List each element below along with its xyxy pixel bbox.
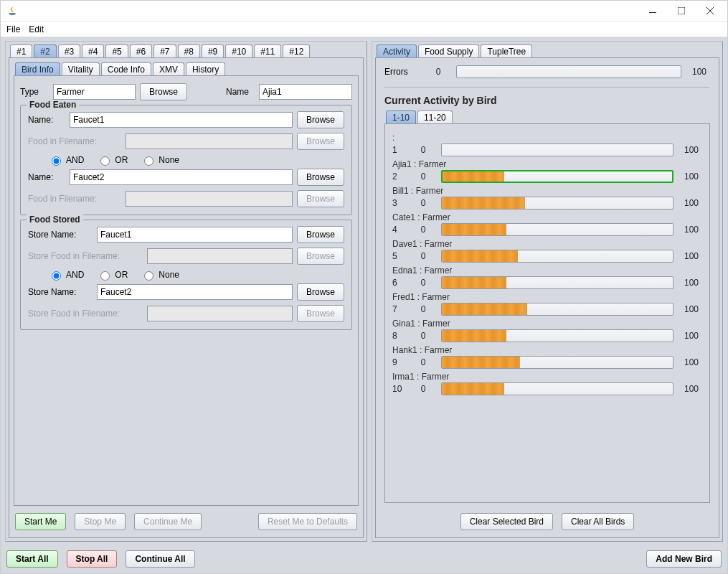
right-tab-activity[interactable]: Activity [377, 44, 417, 57]
bird-min: 0 [412, 384, 434, 394]
start-me-button[interactable]: Start Me [15, 513, 66, 530]
page-tab-110[interactable]: 1-10 [386, 110, 416, 123]
outer-tab-6[interactable]: #6 [130, 44, 152, 57]
bird-progress [441, 329, 673, 342]
bird-row: 20100 [392, 170, 702, 183]
bird-label: Edna1 : Farmer [392, 265, 702, 276]
right-tab-foodsupply[interactable]: Food Supply [418, 44, 479, 57]
food-eaten-legend: Food Eaten [27, 100, 79, 110]
type-input[interactable] [53, 84, 136, 100]
fs-radio-or[interactable]: OR [97, 269, 128, 281]
outer-tab-8[interactable]: #8 [178, 44, 200, 57]
inner-tab-xmv[interactable]: XMV [153, 62, 184, 75]
add-new-bird-button[interactable]: Add New Bird [646, 550, 722, 568]
menubar: File Edit [1, 21, 727, 37]
inner-tab-birdinfo[interactable]: Bird Info [15, 62, 60, 75]
outer-tab-9[interactable]: #9 [202, 44, 224, 57]
fs-radio-none[interactable]: None [141, 269, 179, 281]
bird-min: 0 [412, 145, 434, 155]
name-input[interactable] [259, 84, 352, 100]
minimize-button[interactable] [638, 1, 667, 21]
bird-max: 100 [681, 331, 702, 341]
menu-edit[interactable]: Edit [29, 24, 44, 34]
bird-num: 2 [392, 171, 405, 182]
fs-name1-input[interactable] [97, 227, 293, 243]
java-icon [6, 5, 18, 17]
outer-tab-5[interactable]: #5 [105, 44, 128, 57]
food-stored-group: Food Stored Store Name: Browse Store Foo… [20, 220, 352, 330]
fe-file2-browse: Browse [297, 190, 344, 207]
fs-name2-input[interactable] [97, 284, 293, 300]
bird-progress [441, 276, 673, 289]
titlebar [1, 1, 727, 21]
outer-tab-1[interactable]: #1 [10, 44, 32, 57]
svg-rect-1 [678, 7, 685, 14]
bird-max: 100 [681, 171, 702, 182]
outer-tab-11[interactable]: #11 [254, 44, 281, 57]
bird-min: 0 [412, 331, 434, 341]
clear-all-button[interactable]: Clear All Birds [562, 513, 634, 530]
bird-num: 9 [392, 357, 405, 367]
page-tab-1120[interactable]: 11-20 [417, 110, 453, 123]
inner-tab-vitality[interactable]: Vitality [62, 62, 100, 75]
bird-progress [441, 303, 673, 316]
outer-tab-2[interactable]: #2 [34, 44, 56, 57]
fs-name2-label: Store Name: [28, 287, 93, 297]
birds-list: :10100Ajia1 : Farmer20100Bill1 : Farmer3… [384, 123, 710, 503]
start-all-button[interactable]: Start All [6, 550, 58, 568]
bird-row: 90100 [392, 356, 702, 369]
bird-num: 1 [392, 145, 405, 155]
fs-name2-browse[interactable]: Browse [297, 283, 344, 301]
continue-all-button[interactable]: Continue All [126, 550, 194, 568]
fs-file2-input [147, 306, 293, 321]
bird-num: 6 [392, 278, 405, 288]
fs-radio-and[interactable]: AND [48, 269, 84, 281]
bird-progress [441, 382, 673, 395]
fe-name2-browse[interactable]: Browse [297, 169, 344, 186]
stop-all-button[interactable]: Stop All [67, 550, 118, 568]
outer-tab-3[interactable]: #3 [58, 44, 80, 57]
fe-file2-label: Food in Filename: [28, 194, 121, 204]
close-button[interactable] [696, 1, 724, 21]
fe-name1-input[interactable] [70, 112, 293, 128]
fe-radio-and[interactable]: AND [48, 154, 84, 166]
fe-name1-browse[interactable]: Browse [297, 111, 344, 128]
inner-tabs: Bird InfoVitalityCode InfoXMVHistory [15, 62, 359, 75]
fe-name2-label: Name: [28, 172, 65, 182]
outer-tab-7[interactable]: #7 [153, 44, 176, 57]
outer-tab-12[interactable]: #12 [283, 44, 310, 57]
fe-name2-input[interactable] [70, 169, 293, 185]
inner-tab-history[interactable]: History [186, 62, 225, 75]
outer-tab-10[interactable]: #10 [225, 44, 252, 57]
bird-min: 0 [412, 171, 434, 182]
maximize-button[interactable] [667, 1, 696, 21]
food-eaten-group: Food Eaten Name: Browse Food in Filename… [20, 105, 352, 215]
fe-radio-none[interactable]: None [141, 154, 179, 166]
bird-progress [441, 223, 673, 236]
outer-tab-4[interactable]: #4 [82, 44, 104, 57]
bird-progress [441, 197, 673, 210]
fe-radio-or[interactable]: OR [97, 154, 128, 166]
type-browse-button[interactable]: Browse [140, 83, 187, 100]
bird-label: Irma1 : Farmer [392, 372, 702, 382]
fe-name1-label: Name: [28, 115, 65, 125]
fe-file2-input [126, 191, 293, 207]
bird-min: 0 [412, 225, 434, 235]
bird-progress [441, 356, 673, 369]
outer-tabs: #1#2#3#4#5#6#7#8#9#10#11#12 [10, 44, 364, 57]
menu-file[interactable]: File [6, 24, 20, 34]
fs-name1-browse[interactable]: Browse [297, 226, 344, 243]
fe-file1-input [126, 133, 293, 149]
clear-selected-button[interactable]: Clear Selected Bird [460, 513, 553, 530]
reset-me-button: Reset Me to Defaults [258, 513, 357, 530]
bird-label: Hank1 : Farmer [392, 345, 702, 355]
bird-row: 60100 [392, 276, 702, 289]
bird-num: 10 [392, 384, 405, 394]
inner-tab-codeinfo[interactable]: Code Info [101, 62, 151, 75]
right-tab-tupletree[interactable]: TupleTree [481, 44, 532, 57]
continue-me-button: Continue Me [134, 513, 202, 530]
fe-file1-label: Food in Filename: [28, 136, 121, 146]
bird-min: 0 [412, 357, 434, 367]
bird-progress [441, 170, 673, 183]
bird-label: Ajia1 : Farmer [392, 159, 702, 169]
